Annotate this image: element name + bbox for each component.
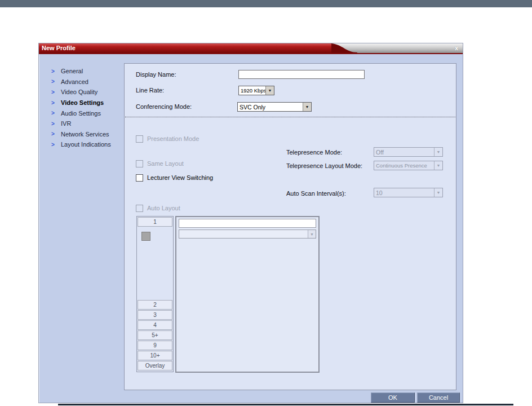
close-icon[interactable]: x xyxy=(455,45,458,51)
same-layout-checkbox xyxy=(136,160,143,167)
telepresence-layout-mode-select: Continuous Presence ▼ xyxy=(374,161,443,170)
chevron-right-icon: > xyxy=(51,110,56,116)
auto-layout-checkbox xyxy=(136,205,143,212)
chevron-right-icon: > xyxy=(51,121,56,127)
layout-preview-panel: ▼ xyxy=(175,216,320,373)
layout-column-spacer xyxy=(138,241,172,300)
chevron-down-icon: ▼ xyxy=(308,230,316,238)
auto-scan-interval-label: Auto Scan Interval(s): xyxy=(286,190,346,197)
auto-scan-interval-select: 10 ▼ xyxy=(374,188,443,197)
presentation-mode-label: Presentation Mode xyxy=(147,135,199,142)
lecturer-view-switching-label: Lecturer View Switching xyxy=(147,174,213,181)
nav-item-label: Network Services xyxy=(61,131,109,138)
nav-item-video-settings[interactable]: > Video Settings xyxy=(51,98,122,108)
auto-scan-interval-value: 10 xyxy=(374,189,434,196)
nav-item-label: Layout Indications xyxy=(61,141,111,148)
layout-count-button-overlay[interactable]: Overlay xyxy=(138,361,172,370)
layout-count-button-1[interactable]: 1 xyxy=(138,217,172,227)
nav-item-audio-settings[interactable]: > Audio Settings xyxy=(51,108,122,118)
new-profile-dialog: New Profile x > General > Advanced > Vid… xyxy=(38,43,463,403)
conferencing-mode-select[interactable]: SVC Only ▼ xyxy=(237,102,312,112)
chevron-right-icon: > xyxy=(51,68,56,74)
chevron-down-icon: ▼ xyxy=(434,148,442,156)
layout-thumbnail-icon[interactable] xyxy=(141,232,150,241)
same-layout-label: Same Layout xyxy=(147,160,184,167)
nav-item-ivr[interactable]: > IVR xyxy=(51,118,122,129)
telepresence-mode-select: Off ▼ xyxy=(374,147,443,157)
page-top-bar xyxy=(0,0,532,7)
nav-item-general[interactable]: > General xyxy=(51,66,122,77)
telepresence-mode-label: Telepresence Mode: xyxy=(286,149,342,156)
titlebar-red-gradient xyxy=(39,43,331,54)
nav-item-label: Video Quality xyxy=(61,89,97,95)
chevron-right-icon: > xyxy=(51,78,56,85)
layout-count-button-3[interactable]: 3 xyxy=(138,310,172,320)
layout-count-column: 1 2 3 4 5+ 9 10+ Overlay xyxy=(136,216,174,372)
screen: New Profile x > General > Advanced > Vid… xyxy=(0,0,532,406)
layout-variant-select: ▼ xyxy=(179,230,316,239)
settings-nav: > General > Advanced > Video Quality > V… xyxy=(51,66,122,150)
chevron-down-icon: ▼ xyxy=(434,188,442,197)
nav-item-video-quality[interactable]: > Video Quality xyxy=(51,87,122,98)
dialog-title: New Profile xyxy=(42,45,76,51)
telepresence-layout-mode-label: Telepresence Layout Mode: xyxy=(286,162,362,169)
chevron-right-icon: > xyxy=(51,131,56,137)
layout-count-button-4[interactable]: 4 xyxy=(138,320,172,330)
conferencing-mode-value: SVC Only xyxy=(238,104,303,111)
auto-layout-label: Auto Layout xyxy=(147,205,180,211)
chevron-right-icon: > xyxy=(51,100,56,106)
chevron-right-icon: > xyxy=(51,142,56,148)
chevron-down-icon[interactable]: ▼ xyxy=(265,86,274,95)
nav-item-label: Video Settings xyxy=(61,99,104,106)
conferencing-mode-label: Conferencing Mode: xyxy=(136,103,192,110)
lecturer-view-switching-checkbox[interactable] xyxy=(136,174,143,182)
chevron-down-icon[interactable]: ▼ xyxy=(303,103,311,111)
telepresence-layout-mode-value: Continuous Presence xyxy=(374,162,434,169)
layout-name-field xyxy=(179,219,316,228)
layout-count-button-10plus[interactable]: 10+ xyxy=(138,351,172,360)
nav-item-network-services[interactable]: > Network Services xyxy=(51,129,122,140)
nav-item-layout-indications[interactable]: > Layout Indications xyxy=(51,139,122,150)
titlebar-swoosh-shape xyxy=(331,43,357,54)
layout-count-button-2[interactable]: 2 xyxy=(138,300,172,310)
presentation-mode-checkbox xyxy=(136,135,143,143)
chevron-down-icon: ▼ xyxy=(434,161,442,170)
video-settings-panel: Display Name: Line Rate: 1920 Kbps ▼ Con… xyxy=(124,63,456,390)
cancel-button[interactable]: Cancel xyxy=(417,392,460,403)
chevron-right-icon: > xyxy=(51,89,56,95)
telepresence-mode-value: Off xyxy=(374,149,434,156)
nav-item-label: IVR xyxy=(61,120,71,127)
nav-item-label: Audio Settings xyxy=(61,110,101,117)
line-rate-select[interactable]: 1920 Kbps ▼ xyxy=(238,86,274,95)
line-rate-value: 1920 Kbps xyxy=(239,87,265,94)
dialog-titlebar[interactable]: New Profile x xyxy=(39,43,463,54)
display-name-input[interactable] xyxy=(238,70,365,79)
nav-item-advanced[interactable]: > Advanced xyxy=(51,77,122,87)
display-name-label: Display Name: xyxy=(136,71,176,78)
nav-item-label: Advanced xyxy=(61,78,88,85)
nav-item-label: General xyxy=(61,68,83,74)
page-bottom-rule xyxy=(58,404,513,405)
section-divider xyxy=(125,117,455,117)
layout-count-button-9[interactable]: 9 xyxy=(138,341,172,350)
ok-button[interactable]: OK xyxy=(371,392,415,403)
layout-count-button-5plus[interactable]: 5+ xyxy=(138,330,172,340)
line-rate-label: Line Rate: xyxy=(136,87,164,94)
